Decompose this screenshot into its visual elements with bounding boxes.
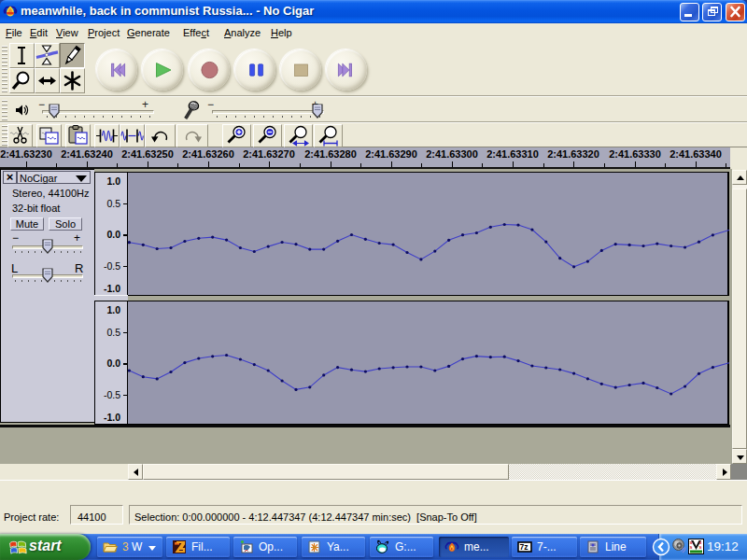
- svg-text:S: S: [699, 545, 702, 550]
- svg-text:S: S: [690, 545, 693, 550]
- svg-text:7z: 7z: [519, 542, 528, 552]
